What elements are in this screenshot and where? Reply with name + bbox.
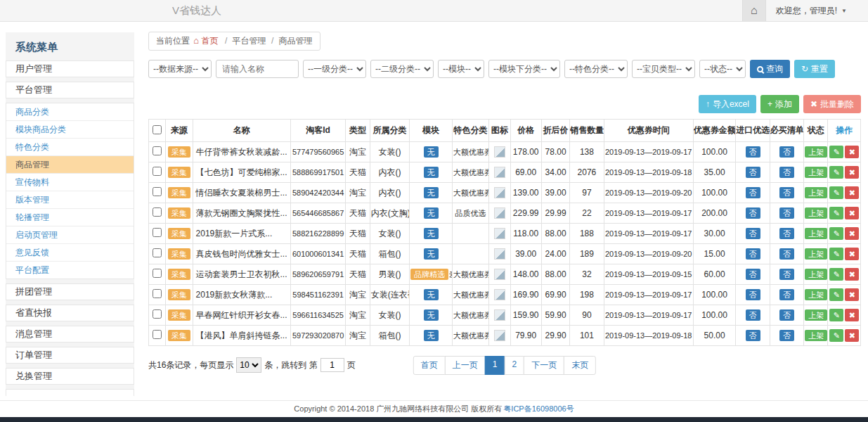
status-toggle[interactable]: 上架 <box>805 269 827 280</box>
edit-button[interactable]: ✎ <box>829 227 843 240</box>
status-toggle[interactable]: 上架 <box>805 248 827 260</box>
delete-button[interactable]: ✖ <box>845 166 859 179</box>
import-select-toggle[interactable]: 否 <box>746 269 760 280</box>
search-button[interactable]: 查询 <box>750 60 790 78</box>
status-toggle[interactable]: 上架 <box>805 187 827 198</box>
sidebar-subitem[interactable]: 特色分类 <box>6 139 134 156</box>
import-select-toggle[interactable]: 否 <box>746 228 760 239</box>
row-checkbox[interactable] <box>153 187 162 196</box>
status-toggle[interactable]: 上架 <box>805 309 827 321</box>
sidebar-subitem[interactable]: 平台配置 <box>6 262 134 279</box>
row-checkbox[interactable] <box>153 269 162 278</box>
filter-source-select[interactable]: --数据来源-- <box>148 60 212 78</box>
row-checkbox[interactable] <box>153 330 162 339</box>
filter-status-select[interactable]: --状态-- <box>699 60 746 78</box>
import-select-toggle[interactable]: 否 <box>746 146 760 158</box>
home-button[interactable]: ⌂ <box>742 0 766 21</box>
reset-button[interactable]: ↻ 重置 <box>794 60 835 78</box>
row-checkbox[interactable] <box>153 207 162 217</box>
delete-button[interactable]: ✖ <box>845 207 859 219</box>
sidebar-subitem[interactable]: 商品分类 <box>6 103 134 121</box>
import-excel-button[interactable]: ↑ 导入excel <box>699 95 756 113</box>
edit-button[interactable]: ✎ <box>829 166 843 179</box>
row-checkbox[interactable] <box>153 167 162 176</box>
delete-button[interactable]: ✖ <box>845 288 859 301</box>
page-prev-button[interactable]: 上一页 <box>445 356 486 375</box>
edit-button[interactable]: ✎ <box>829 268 843 281</box>
page-first-button[interactable]: 首页 <box>413 356 446 375</box>
page-last-button[interactable]: 末页 <box>564 356 596 375</box>
sidebar-subitem[interactable]: 宣传物料 <box>6 174 134 191</box>
select-all-checkbox[interactable] <box>153 125 162 134</box>
must-buy-toggle[interactable]: 否 <box>779 309 794 321</box>
sidebar-item[interactable]: 订单管理 <box>6 347 134 364</box>
status-toggle[interactable]: 上架 <box>805 330 827 341</box>
batch-delete-button[interactable]: ✖ 批量删除 <box>803 95 861 113</box>
sidebar-item[interactable]: 用户管理 <box>6 60 134 77</box>
page-next-button[interactable]: 下一页 <box>524 356 564 375</box>
status-toggle[interactable]: 上架 <box>805 207 827 219</box>
must-buy-toggle[interactable]: 否 <box>779 269 794 280</box>
user-menu[interactable]: 欢迎您，管理员! ▼ <box>766 0 868 21</box>
must-buy-toggle[interactable]: 否 <box>779 289 794 300</box>
sidebar-subitem[interactable]: 轮播管理 <box>6 209 134 226</box>
page-jump-input[interactable] <box>320 358 344 372</box>
delete-button[interactable]: ✖ <box>845 146 859 158</box>
row-checkbox[interactable] <box>153 146 162 155</box>
import-select-toggle[interactable]: 否 <box>746 248 760 260</box>
row-checkbox[interactable] <box>153 228 162 237</box>
delete-button[interactable]: ✖ <box>845 329 859 342</box>
filter-item-type-select[interactable]: --宝贝类型-- <box>632 60 695 78</box>
must-buy-toggle[interactable]: 否 <box>779 228 794 239</box>
sidebar-subitem[interactable]: 版本管理 <box>6 191 134 209</box>
sidebar-item[interactable]: 拼团管理 <box>6 283 134 300</box>
delete-button[interactable]: ✖ <box>845 309 859 321</box>
page-2-button[interactable]: 2 <box>505 356 525 375</box>
edit-button[interactable]: ✎ <box>829 146 843 158</box>
must-buy-toggle[interactable]: 否 <box>779 187 794 198</box>
filter-category2-select[interactable]: --二级分类-- <box>370 60 434 78</box>
must-buy-toggle[interactable]: 否 <box>779 330 794 341</box>
delete-button[interactable]: ✖ <box>845 248 859 260</box>
import-select-toggle[interactable]: 否 <box>746 289 760 300</box>
filter-module-sub-select[interactable]: --模块下分类-- <box>488 60 560 78</box>
edit-button[interactable]: ✎ <box>829 186 843 199</box>
status-toggle[interactable]: 上架 <box>805 289 827 300</box>
must-buy-toggle[interactable]: 否 <box>779 248 794 260</box>
row-checkbox[interactable] <box>153 248 162 257</box>
delete-button[interactable]: ✖ <box>845 186 859 199</box>
sidebar-subitem[interactable]: 启动页管理 <box>6 226 134 244</box>
icp-link[interactable]: 粤ICP备16098006号 <box>503 404 574 414</box>
breadcrumb-home[interactable]: ⌂ 首页 <box>193 36 218 46</box>
edit-button[interactable]: ✎ <box>829 207 843 219</box>
must-buy-toggle[interactable]: 否 <box>779 207 794 219</box>
status-toggle[interactable]: 上架 <box>805 228 827 239</box>
status-toggle[interactable]: 上架 <box>805 146 827 158</box>
must-buy-toggle[interactable]: 否 <box>779 146 794 158</box>
filter-module-select[interactable]: --模块-- <box>438 60 484 78</box>
sidebar-subitem[interactable]: 商品管理 <box>6 156 134 174</box>
page-1-button[interactable]: 1 <box>485 356 505 375</box>
import-select-toggle[interactable]: 否 <box>746 309 760 321</box>
name-search-input[interactable] <box>216 60 299 78</box>
sidebar-subitem[interactable]: 模块商品分类 <box>6 121 134 139</box>
delete-button[interactable]: ✖ <box>845 268 859 281</box>
delete-button[interactable]: ✖ <box>845 227 859 240</box>
per-page-select[interactable]: 10 <box>236 357 261 373</box>
filter-feature-select[interactable]: --特色分类-- <box>564 60 628 78</box>
edit-button[interactable]: ✎ <box>829 248 843 260</box>
must-buy-toggle[interactable]: 否 <box>779 167 794 178</box>
import-select-toggle[interactable]: 否 <box>746 207 760 219</box>
row-checkbox[interactable] <box>153 309 162 319</box>
sidebar-item[interactable]: 消息管理 <box>6 326 134 343</box>
sidebar-item[interactable]: 兑换管理 <box>6 368 134 385</box>
edit-button[interactable]: ✎ <box>829 329 843 342</box>
status-toggle[interactable]: 上架 <box>805 167 827 178</box>
edit-button[interactable]: ✎ <box>829 309 843 321</box>
sidebar-item[interactable]: 省直快报 <box>6 305 134 321</box>
sidebar-subitem[interactable]: 意见反馈 <box>6 244 134 262</box>
row-checkbox[interactable] <box>153 289 162 298</box>
sidebar-item[interactable]: 平台管理 <box>6 82 134 98</box>
edit-button[interactable]: ✎ <box>829 288 843 301</box>
filter-category1-select[interactable]: --一级分类-- <box>303 60 366 78</box>
